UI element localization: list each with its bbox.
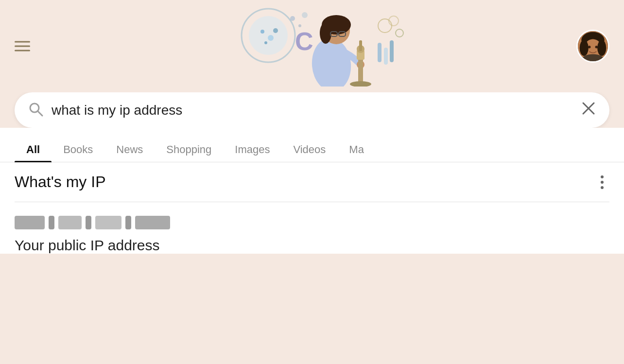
svg-point-35: [597, 40, 606, 56]
ip-octet-4: [135, 216, 170, 229]
search-icon: [28, 102, 44, 119]
svg-point-2: [260, 30, 264, 34]
svg-point-5: [273, 28, 278, 33]
svg-point-16: [350, 81, 371, 87]
more-options-icon: [601, 175, 604, 189]
result-section-title: What's my IP: [15, 173, 105, 191]
result-header: What's my IP: [15, 162, 609, 202]
avatar[interactable]: [576, 30, 609, 63]
results-area: What's my IP Your public IP address: [0, 162, 624, 254]
svg-point-1: [249, 16, 288, 55]
ip-section: Your public IP address: [15, 202, 609, 254]
ip-octet-separator-1: [49, 216, 54, 229]
tab-news[interactable]: News: [104, 138, 155, 162]
svg-point-28: [302, 12, 308, 18]
svg-rect-20: [378, 43, 381, 62]
tab-videos[interactable]: Videos: [281, 138, 337, 162]
svg-point-10: [320, 22, 331, 44]
svg-point-27: [298, 24, 301, 27]
tab-images[interactable]: Images: [223, 138, 281, 162]
more-options-button[interactable]: [595, 173, 609, 191]
svg-rect-15: [358, 57, 363, 84]
menu-icon[interactable]: [15, 41, 30, 52]
ip-label: Your public IP address: [15, 237, 609, 254]
ip-octet-1: [15, 216, 45, 229]
ip-octet-separator-3: [125, 216, 131, 229]
svg-point-25: [396, 29, 403, 37]
svg-rect-21: [384, 48, 388, 65]
logo-area: C: [220, 6, 404, 87]
ip-address-display: [15, 216, 609, 229]
svg-point-26: [290, 16, 295, 21]
ip-octet-separator-2: [86, 216, 91, 229]
svg-point-3: [268, 35, 274, 41]
tabs-bar: All Books News Shopping Images Videos Ma: [0, 128, 624, 162]
svg-point-23: [378, 19, 392, 33]
clear-button[interactable]: [581, 101, 596, 119]
ip-octet-3: [95, 216, 121, 229]
svg-rect-22: [390, 40, 394, 62]
header: C: [0, 0, 624, 92]
tab-maps[interactable]: Ma: [337, 138, 376, 162]
svg-point-34: [580, 40, 589, 56]
svg-point-4: [264, 41, 267, 44]
mascot-illustration: C: [220, 6, 404, 87]
svg-text:C: C: [295, 27, 313, 55]
search-input[interactable]: [52, 103, 573, 118]
svg-point-7: [310, 36, 353, 86]
svg-rect-19: [359, 40, 362, 51]
ip-octet-2: [58, 216, 82, 229]
tab-shopping[interactable]: Shopping: [155, 138, 223, 162]
search-bar: [15, 92, 609, 128]
tab-all[interactable]: All: [15, 138, 52, 162]
tab-books[interactable]: Books: [52, 138, 104, 162]
svg-line-38: [38, 111, 42, 116]
